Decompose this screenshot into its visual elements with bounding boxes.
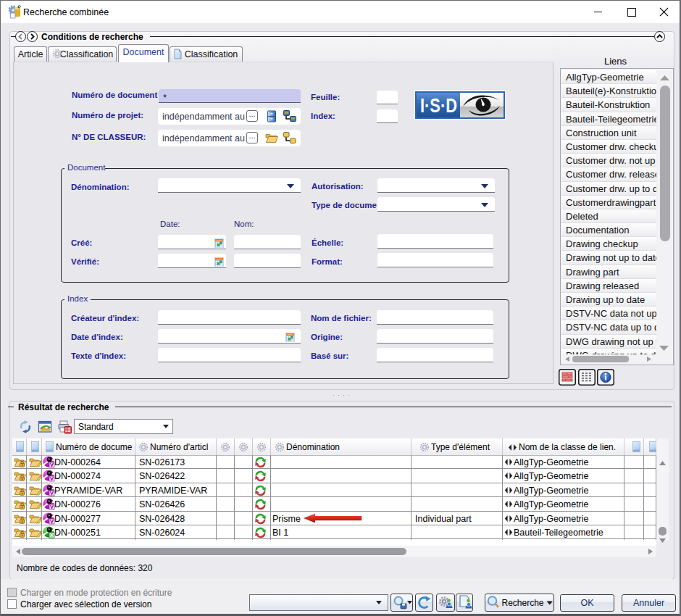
svg-text:Recherche: Recherche (502, 598, 544, 608)
svg-text:I·S·D: I·S·D (420, 95, 457, 117)
